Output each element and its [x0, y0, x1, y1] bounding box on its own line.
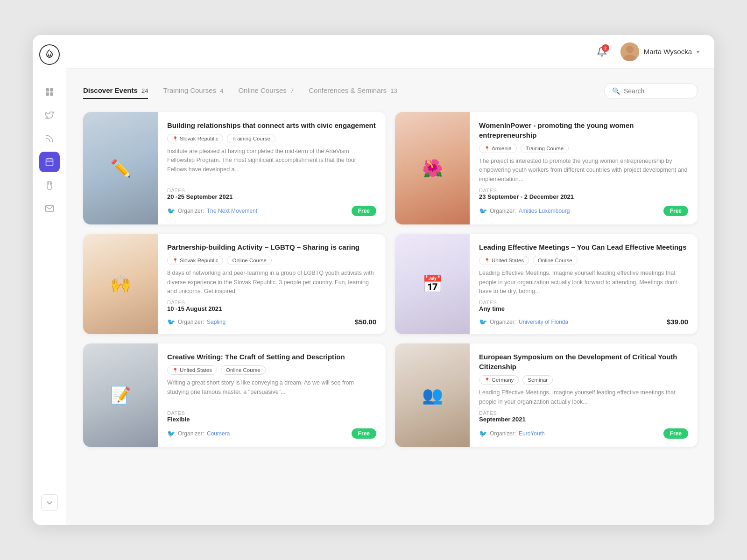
card-dates: September 2021	[479, 416, 688, 423]
card-footer: 🐦 Organizer: University of Florida $39.0…	[479, 318, 688, 326]
topbar: 2 Marta Wysocka ▾	[66, 35, 714, 69]
sidebar-item-feed[interactable]	[39, 128, 60, 149]
card-description: Leading Effective Meetings. Imagine your…	[479, 388, 688, 406]
organizer-link[interactable]: University of Florida	[519, 319, 568, 325]
svg-rect-5	[50, 92, 53, 96]
search-input[interactable]	[624, 87, 690, 95]
category-tag: Online Course	[227, 256, 272, 265]
organizer-link[interactable]: Coursera	[207, 430, 230, 437]
chevron-down-icon: ▾	[697, 49, 699, 55]
card-title: Creative Writing: The Craft of Setting a…	[167, 352, 376, 362]
user-name: Marta Wysocka	[644, 48, 692, 56]
card-dates: 10 -15 August 2021	[167, 305, 376, 312]
app-logo	[39, 44, 60, 65]
tab-conferences[interactable]: Conferences & Seminars 13	[309, 83, 397, 99]
price-badge: Free	[663, 428, 688, 439]
sidebar-item-events[interactable]	[39, 152, 60, 172]
card-organizer: 🐦 Organizer: Coursera	[167, 430, 230, 437]
card-tags: United States Online Course	[167, 365, 376, 375]
sidebar-item-social[interactable]	[39, 105, 60, 126]
sidebar	[33, 35, 66, 525]
sidebar-item-messages[interactable]	[39, 198, 60, 219]
card-tags: United States Online Course	[479, 256, 688, 265]
price-badge: Free	[663, 206, 688, 216]
category-tag: Online Course	[533, 256, 578, 265]
card-image: 📅	[395, 234, 470, 334]
card-organizer: 🐦 Organizer: Amities Luxembourg	[479, 207, 570, 215]
search-icon: 🔍	[612, 87, 620, 95]
organizer-icon: 🐦	[479, 430, 487, 437]
event-card-card5[interactable]: 📝 Creative Writing: The Craft of Setting…	[83, 343, 386, 447]
dates-label: Dates	[479, 300, 688, 305]
card-organizer: 🐦 Organizer: Sapling	[167, 318, 226, 326]
content-area: Discover Events 24 Training Courses 4 On…	[66, 69, 714, 525]
sidebar-item-dashboard[interactable]	[39, 82, 60, 102]
svg-point-1	[50, 54, 51, 55]
card-description: The project is interested to promote the…	[479, 157, 688, 184]
card-body: Creative Writing: The Craft of Setting a…	[158, 343, 386, 447]
category-tag: Training Course	[521, 144, 569, 153]
card-description: Leading Effective Meetings. Imagine your…	[479, 269, 688, 296]
card-image: ✏️	[83, 112, 158, 224]
dates-label: Dates	[167, 188, 376, 193]
organizer-link[interactable]: Amities Luxembourg	[519, 208, 570, 214]
card-footer: 🐦 Organizer: Coursera Free	[167, 428, 376, 439]
organizer-link[interactable]: EuroYouth	[519, 430, 545, 437]
svg-rect-2	[46, 88, 49, 91]
card-title: Leading Effective Meetings – You Can Lea…	[479, 242, 688, 252]
card-organizer: 🐦 Organizer: The Next Movement	[167, 207, 257, 215]
card-footer: 🐦 Organizer: EuroYouth Free	[479, 428, 688, 439]
svg-point-0	[48, 54, 49, 55]
svg-rect-7	[46, 159, 53, 166]
event-card-card4[interactable]: 📅 Leading Effective Meetings – You Can L…	[395, 234, 698, 334]
search-box[interactable]: 🔍	[604, 83, 698, 99]
dates-label: Dates	[167, 300, 376, 305]
organizer-icon: 🐦	[167, 318, 175, 326]
card-dates: Flexible	[167, 416, 376, 423]
user-menu[interactable]: Marta Wysocka ▾	[620, 42, 699, 61]
card-footer: 🐦 Organizer: Amities Luxembourg Free	[479, 206, 688, 216]
location-tag: Slovak Republic	[167, 134, 223, 143]
tab-discover-events[interactable]: Discover Events 24	[83, 83, 148, 99]
avatar	[620, 42, 639, 61]
price-badge: Free	[352, 206, 376, 216]
card-dates: 23 September - 2 December 2021	[479, 193, 688, 200]
svg-point-6	[46, 141, 47, 142]
card-tags: Germany Seminar	[479, 375, 688, 385]
dates-label: Dates	[479, 188, 688, 193]
tabs-row: Discover Events 24 Training Courses 4 On…	[83, 83, 698, 99]
card-body: WomenInPower - promoting the young women…	[470, 112, 698, 224]
card-image: 🙌	[83, 234, 158, 334]
card-tags: Slovak Republic Training Course	[167, 134, 376, 143]
event-card-card3[interactable]: 🙌 Partnership-building Activity – LGBTQ …	[83, 234, 386, 334]
card-image: 📝	[83, 343, 158, 447]
card-tags: Armenia Training Course	[479, 144, 688, 153]
card-dates: 20 -25 September 2021	[167, 193, 376, 200]
tab-online-courses[interactable]: Online Courses 7	[238, 83, 294, 99]
card-organizer: 🐦 Organizer: University of Florida	[479, 318, 568, 326]
svg-rect-4	[46, 92, 49, 96]
category-tag: Online Course	[221, 365, 266, 375]
notification-badge: 2	[602, 44, 609, 52]
event-card-card2[interactable]: 🌺 WomenInPower - promoting the young wom…	[395, 112, 698, 224]
organizer-icon: 🐦	[479, 207, 487, 215]
sidebar-expand-section	[41, 494, 58, 511]
card-footer: 🐦 Organizer: Sapling $50.00	[167, 318, 376, 326]
event-card-card6[interactable]: 👥 European Symposium on the Development …	[395, 343, 698, 447]
expand-button[interactable]	[41, 494, 58, 511]
location-tag: Slovak Republic	[167, 256, 223, 265]
card-body: European Symposium on the Development of…	[470, 343, 698, 447]
organizer-icon: 🐦	[167, 207, 175, 215]
sidebar-item-gestures[interactable]	[39, 175, 60, 196]
notifications-bell[interactable]: 2	[592, 42, 611, 61]
category-tag: Seminar	[522, 375, 553, 385]
tab-training-courses[interactable]: Training Courses 4	[163, 83, 223, 99]
organizer-icon: 🐦	[167, 430, 175, 437]
card-description: 8 days of networking and peer-learning i…	[167, 269, 376, 296]
organizer-link[interactable]: Sapling	[207, 319, 226, 325]
cards-grid: ✏️ Building relationships that connect a…	[83, 112, 698, 447]
location-tag: United States	[479, 256, 529, 265]
card-title: Partnership-building Activity – LGBTQ – …	[167, 242, 376, 252]
organizer-link[interactable]: The Next Movement	[207, 208, 257, 214]
event-card-card1[interactable]: ✏️ Building relationships that connect a…	[83, 112, 386, 224]
